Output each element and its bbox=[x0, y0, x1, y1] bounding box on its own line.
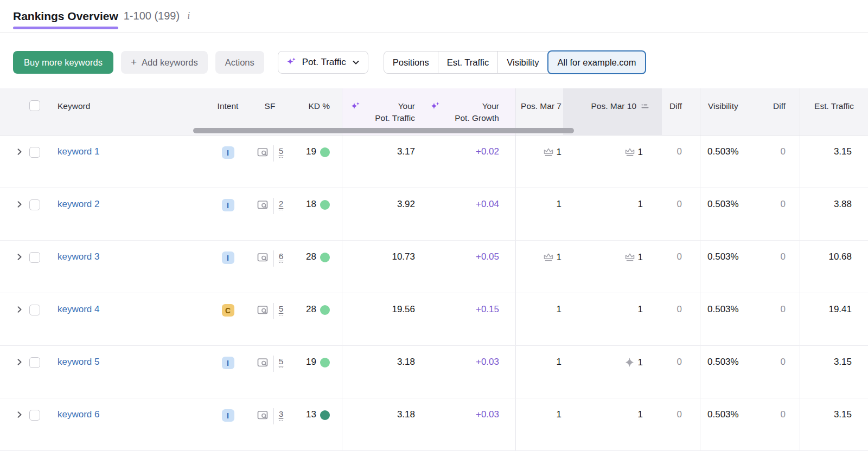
header-pos-mar-10[interactable]: Pos. Mar 10 bbox=[563, 88, 662, 135]
add-keywords-button[interactable]: + Add keywords bbox=[121, 51, 208, 74]
expand-row-icon[interactable] bbox=[15, 253, 24, 264]
header-est-traffic[interactable]: Est. Traffic bbox=[800, 88, 868, 135]
pos-mar-10-value: 1 bbox=[638, 304, 643, 315]
intent-badge: I bbox=[222, 357, 234, 369]
pot-growth-value: +0.02 bbox=[476, 146, 499, 157]
tab-visibility[interactable]: Visibility bbox=[497, 51, 547, 73]
pot-growth-value: +0.03 bbox=[476, 409, 499, 420]
rankings-overview-panel: Rankings Overview 1-100 (199) i Buy more… bbox=[0, 0, 868, 458]
divider bbox=[273, 145, 274, 162]
chevron-down-icon bbox=[352, 58, 360, 67]
pot-traffic-value: 19.56 bbox=[392, 304, 415, 314]
pos-mar-10-value: 1 bbox=[638, 252, 643, 263]
header-keyword[interactable]: Keyword bbox=[49, 88, 212, 135]
visibility-diff-value: 0 bbox=[781, 357, 786, 367]
row-checkbox[interactable] bbox=[29, 199, 40, 210]
expand-row-icon[interactable] bbox=[15, 147, 24, 159]
serp-features-count[interactable]: 6 bbox=[279, 251, 284, 263]
serp-features-count[interactable]: 3 bbox=[279, 409, 284, 421]
visibility-value: 0.503% bbox=[707, 409, 739, 420]
header-diff-positions[interactable]: Diff bbox=[662, 88, 700, 135]
intent-badge: C bbox=[222, 304, 234, 317]
serp-features-icon bbox=[257, 146, 269, 158]
keyword-link[interactable]: keyword 5 bbox=[58, 357, 99, 367]
kd-level-dot bbox=[320, 358, 330, 367]
row-checkbox[interactable] bbox=[29, 410, 40, 421]
header-visibility[interactable]: Visibility bbox=[700, 88, 761, 135]
pos-mar-7-value: 1 bbox=[557, 199, 561, 210]
crown-icon bbox=[624, 146, 635, 158]
table-row: keyword 1 I 5 19 3.17 +0.02 1 1 0 0.503%… bbox=[0, 136, 868, 188]
est-traffic-value: 3.15 bbox=[834, 409, 852, 420]
serp-features-count[interactable]: 5 bbox=[279, 146, 284, 158]
serp-features-icon bbox=[257, 251, 269, 263]
ai-sparkle-icon bbox=[350, 101, 361, 112]
pot-traffic-value: 3.17 bbox=[397, 146, 415, 157]
visibility-diff-value: 0 bbox=[781, 146, 786, 157]
divider bbox=[273, 198, 274, 214]
pot-growth-value: +0.04 bbox=[476, 199, 499, 209]
row-checkbox[interactable] bbox=[29, 357, 40, 368]
kd-level-dot bbox=[320, 200, 330, 210]
tab-est-traffic[interactable]: Est. Traffic bbox=[438, 51, 498, 73]
visibility-value: 0.503% bbox=[707, 251, 739, 262]
horizontal-scrollbar[interactable] bbox=[193, 128, 574, 133]
table-row: keyword 4 C 5 28 19.56 +0.15 1 1 0 0.503… bbox=[0, 293, 868, 346]
keyword-link[interactable]: keyword 6 bbox=[58, 409, 99, 420]
serp-features-count[interactable]: 5 bbox=[279, 357, 284, 368]
header-select-all bbox=[29, 88, 49, 135]
keyword-link[interactable]: keyword 1 bbox=[58, 146, 99, 157]
pos-mar-10-value: 1 bbox=[638, 147, 643, 158]
keyword-link[interactable]: keyword 2 bbox=[58, 199, 99, 209]
info-icon[interactable]: i bbox=[187, 10, 190, 22]
serp-features-count[interactable]: 2 bbox=[279, 199, 284, 210]
pot-traffic-value: 3.18 bbox=[397, 409, 415, 420]
row-checkbox[interactable] bbox=[29, 305, 40, 315]
expand-row-icon[interactable] bbox=[15, 200, 24, 211]
kd-level-dot bbox=[320, 410, 330, 420]
results-range: 1-100 (199) bbox=[124, 10, 180, 22]
positions-diff-value: 0 bbox=[677, 251, 682, 262]
kd-value: 28 bbox=[306, 251, 316, 293]
pot-traffic-value: 3.92 bbox=[397, 199, 415, 209]
actions-button[interactable]: Actions bbox=[215, 51, 264, 74]
panel-header: Rankings Overview 1-100 (199) i bbox=[0, 0, 868, 33]
kd-value: 19 bbox=[306, 146, 316, 188]
pos-mar-10-value: 1 bbox=[638, 199, 643, 210]
toolbar: Buy more keywords + Add keywords Actions… bbox=[0, 33, 868, 74]
metric-selector-dropdown[interactable]: Pot. Traffic bbox=[278, 51, 368, 74]
header-diff-visibility[interactable]: Diff bbox=[761, 88, 800, 135]
crown-icon bbox=[624, 251, 635, 263]
plus-icon: + bbox=[131, 56, 137, 68]
positions-diff-value: 0 bbox=[677, 199, 682, 209]
divider bbox=[273, 408, 274, 424]
header-expand-spacer bbox=[0, 88, 29, 135]
expand-row-icon[interactable] bbox=[15, 358, 24, 369]
pos-mar-7-value: 1 bbox=[557, 147, 561, 158]
serp-features-count[interactable]: 5 bbox=[279, 304, 284, 315]
serp-features-icon bbox=[257, 304, 269, 316]
intent-badge: I bbox=[222, 199, 234, 211]
row-checkbox[interactable] bbox=[29, 147, 40, 158]
tab-all-for-example-com[interactable]: All for example.com bbox=[547, 50, 647, 74]
table-row: keyword 3 I 6 28 10.73 +0.05 1 1 0 0.503… bbox=[0, 241, 868, 293]
expand-row-icon[interactable] bbox=[15, 305, 24, 317]
est-traffic-value: 3.88 bbox=[834, 199, 852, 209]
row-checkbox[interactable] bbox=[29, 252, 40, 263]
visibility-value: 0.503% bbox=[707, 146, 739, 157]
buy-more-keywords-button[interactable]: Buy more keywords bbox=[13, 51, 113, 74]
keyword-link[interactable]: keyword 3 bbox=[58, 251, 99, 262]
ai-sparkle-icon bbox=[430, 101, 441, 112]
tab-positions[interactable]: Positions bbox=[384, 51, 438, 73]
serp-features-icon bbox=[257, 357, 269, 369]
keyword-link[interactable]: keyword 4 bbox=[58, 304, 99, 314]
pos-mar-10-value: 1 bbox=[638, 409, 643, 420]
table-row: keyword 5 I 5 19 3.18 +0.03 1 1 0 0.503%… bbox=[0, 346, 868, 398]
kd-value: 28 bbox=[306, 304, 316, 345]
metric-selector-label: Pot. Traffic bbox=[302, 57, 346, 68]
expand-row-icon[interactable] bbox=[15, 410, 24, 422]
pos-mar-7-value: 1 bbox=[557, 409, 561, 420]
select-all-checkbox[interactable] bbox=[29, 100, 40, 111]
serp-features-icon bbox=[257, 409, 269, 421]
intent-badge: I bbox=[222, 146, 234, 159]
